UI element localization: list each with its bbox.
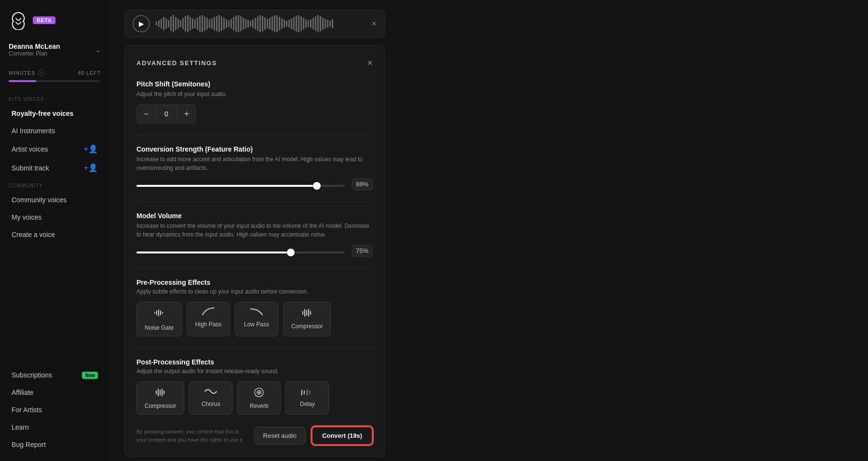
- user-name: Deanna McLean: [9, 42, 60, 50]
- svg-rect-9: [310, 311, 311, 315]
- model-volume-value: 75%: [352, 245, 373, 257]
- svg-point-17: [258, 391, 260, 393]
- waveform-bar: [173, 15, 174, 32]
- user-menu[interactable]: Deanna McLean Converter Plan ⌄: [0, 39, 109, 65]
- sidebar-item-subscriptions[interactable]: Subscriptions New: [3, 366, 107, 384]
- waveform-bar: [286, 21, 287, 27]
- post-processing-label: Post-Processing Effects: [136, 358, 373, 366]
- svg-rect-20: [307, 390, 308, 395]
- waveform-bar: [221, 16, 222, 31]
- minutes-bar-bg: [9, 80, 101, 82]
- logo-area: BETA: [0, 0, 109, 39]
- compressor-pre-button[interactable]: Compressor: [283, 302, 331, 336]
- waveform-bar: [298, 15, 299, 32]
- waveform-bar: [305, 19, 307, 28]
- sidebar-item-label: Royalty-free voices: [12, 110, 73, 117]
- sidebar-item-ai-instruments[interactable]: AI Instruments: [3, 122, 107, 140]
- compressor-post-icon: [155, 387, 166, 400]
- waveform-bar: [245, 19, 246, 28]
- sidebar-item-create-a-voice[interactable]: Create a voice: [3, 226, 107, 243]
- sidebar-item-learn[interactable]: Learn: [3, 419, 107, 436]
- user-info: Deanna McLean Converter Plan: [9, 42, 60, 57]
- pitch-increase-button[interactable]: +: [177, 105, 196, 123]
- model-volume-slider[interactable]: [136, 251, 345, 253]
- chorus-icon: [204, 387, 217, 398]
- svg-rect-21: [309, 391, 310, 394]
- sidebar-item-affiliate[interactable]: Affiliate: [3, 384, 107, 401]
- pre-processing-desc: Apply subtle effects to clean up your in…: [136, 288, 373, 295]
- low-pass-icon: [250, 307, 263, 318]
- sidebar-item-submit-track[interactable]: Submit track +👤: [3, 158, 107, 177]
- compressor-post-button[interactable]: Compressor: [136, 381, 184, 415]
- svg-rect-4: [162, 312, 163, 314]
- minutes-bar-fill: [9, 80, 36, 82]
- divider-3: [136, 268, 373, 269]
- waveform-bar: [187, 15, 189, 32]
- svg-rect-11: [158, 389, 159, 396]
- play-button[interactable]: ▶: [133, 15, 150, 32]
- delay-label: Delay: [300, 401, 315, 407]
- pre-processing-effects: Noise Gate High Pass: [136, 302, 373, 336]
- waveform-bar: [274, 15, 275, 32]
- sidebar-item-bug-report[interactable]: Bug Report: [3, 436, 107, 453]
- low-pass-label: Low Pass: [244, 321, 269, 328]
- waveform-bar: [329, 21, 331, 27]
- waveform-bar: [315, 16, 316, 31]
- add-person-icon: +👤: [84, 144, 98, 154]
- waveform-bar: [279, 17, 280, 30]
- delay-icon: [300, 387, 314, 398]
- noise-gate-label: Noise Gate: [145, 324, 174, 331]
- sidebar-item-for-artists[interactable]: For Artists: [3, 401, 107, 419]
- sidebar-item-my-voices[interactable]: My voices: [3, 209, 107, 226]
- pitch-shift-row: Pitch Shift (Semitones) Adjust the pitch…: [136, 80, 373, 124]
- reverb-button[interactable]: Reverb: [237, 381, 281, 415]
- conversion-strength-label: Conversion Strength (Feature Ratio): [136, 145, 373, 153]
- low-pass-button[interactable]: Low Pass: [235, 302, 278, 336]
- close-settings-button[interactable]: ×: [367, 57, 373, 69]
- waveform-bar: [185, 16, 186, 31]
- audio-player: ▶ ×: [124, 10, 385, 38]
- waveform-bar: [259, 15, 261, 32]
- waveform-bar: [247, 20, 249, 28]
- community-label: COMMUNITY: [0, 177, 109, 191]
- waveform-bar: [255, 18, 256, 29]
- waveform-bar: [262, 16, 263, 31]
- waveform-bar: [325, 19, 326, 28]
- high-pass-button[interactable]: High Pass: [187, 302, 230, 336]
- reverb-icon: [253, 387, 265, 400]
- sidebar-item-label: Artist voices: [12, 145, 48, 153]
- close-player-button[interactable]: ×: [371, 19, 377, 29]
- convert-button[interactable]: Convert (19s): [312, 426, 373, 445]
- pitch-shift-label: Pitch Shift (Semitones): [136, 80, 373, 88]
- waveform-bar: [317, 15, 319, 32]
- sidebar-item-label: Affiliate: [12, 389, 34, 396]
- conversion-strength-slider[interactable]: [136, 185, 345, 187]
- pitch-value: 0: [155, 105, 177, 123]
- conversion-strength-slider-wrap: [136, 180, 345, 189]
- waveform-bar: [216, 16, 217, 31]
- waveform-bar: [267, 19, 268, 28]
- pre-processing-row: Pre-Processing Effects Apply subtle effe…: [136, 279, 373, 336]
- waveform-bar: [228, 20, 230, 27]
- chorus-button[interactable]: Chorus: [189, 381, 232, 415]
- waveform-bar: [310, 19, 312, 28]
- kits-voices-label: KITS VOICES: [0, 91, 109, 105]
- sidebar-item-royalty-free-voices[interactable]: Royalty-free voices: [3, 105, 107, 122]
- waveform-bar: [161, 19, 162, 28]
- sidebar-item-community-voices[interactable]: Community voices: [3, 191, 107, 209]
- waveform-bar: [322, 17, 324, 30]
- waveform-bar: [206, 18, 208, 29]
- svg-rect-5: [302, 311, 303, 315]
- model-volume-desc: Increase to convert the volume of your i…: [136, 222, 373, 239]
- sidebar-item-artist-voices[interactable]: Artist voices +👤: [3, 140, 107, 158]
- noise-gate-button[interactable]: Noise Gate: [136, 302, 182, 336]
- divider-2: [136, 202, 373, 202]
- delay-button[interactable]: Delay: [285, 381, 329, 415]
- pitch-decrease-button[interactable]: −: [137, 105, 155, 123]
- compressor-pre-label: Compressor: [291, 323, 323, 330]
- right-space: [503, 0, 868, 461]
- waveform-bar: [194, 19, 196, 28]
- pitch-shift-desc: Adjust the pitch of your input audio.: [136, 90, 373, 98]
- minutes-section: MINUTES i 40 left: [0, 65, 109, 91]
- reset-audio-button[interactable]: Reset audio: [254, 427, 306, 445]
